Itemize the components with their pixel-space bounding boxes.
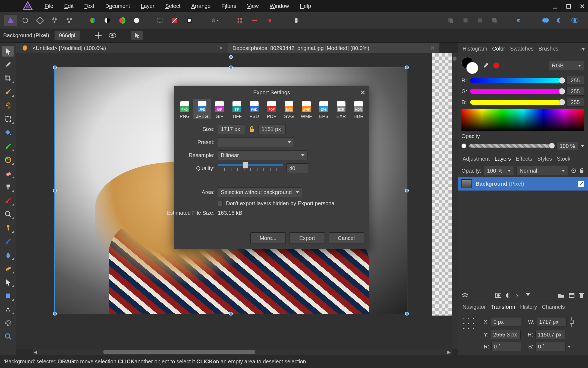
more-button[interactable]: More... (250, 232, 286, 244)
menu-layer[interactable]: LayerLayer (141, 3, 155, 9)
gear-icon[interactable] (571, 168, 577, 174)
export-button[interactable]: Export (290, 232, 325, 244)
lock-icon[interactable] (579, 168, 584, 174)
blur-tool[interactable] (2, 250, 14, 260)
layer-row-background[interactable]: Background (Pixel) ✔ (458, 177, 588, 191)
b-value[interactable]: 255 (566, 98, 584, 107)
format-pdf[interactable]: PDF (263, 99, 280, 119)
boolean-intersect-icon[interactable] (568, 15, 581, 26)
export-height-field[interactable]: 1151 px (259, 124, 286, 134)
dialog-close-button[interactable]: ✕ (360, 89, 366, 96)
boolean-add-icon[interactable] (539, 15, 552, 26)
show-rotation-icon[interactable] (108, 32, 117, 39)
flood-fill-tool[interactable] (2, 127, 14, 138)
color-swatch-selector[interactable] (461, 57, 478, 74)
persona-export-icon[interactable] (63, 15, 76, 26)
guides-icon[interactable] (248, 15, 261, 26)
selection-handle-w[interactable] (53, 189, 57, 192)
tab-layers[interactable]: Layers (495, 156, 511, 162)
selection-handle-nw[interactable] (53, 66, 57, 69)
auto-levels-icon[interactable] (86, 15, 99, 26)
format-hdr[interactable]: HDR (350, 99, 367, 119)
tab-close-button[interactable]: ✕ (219, 45, 223, 51)
tab-brushes[interactable]: Brushes (539, 46, 558, 52)
layer-visibility-checkbox[interactable]: ✔ (578, 181, 584, 187)
tab-history[interactable]: History (520, 304, 537, 310)
layers-stack-icon[interactable] (461, 292, 468, 298)
menu-edit[interactable]: EditEdit (64, 3, 73, 9)
zoom-tool2[interactable] (2, 209, 14, 220)
opacity-slider[interactable] (469, 144, 554, 148)
adjustment-icon[interactable] (505, 292, 511, 298)
w-field[interactable]: 1717 px (537, 317, 567, 326)
tab-histogram[interactable]: Histogram (463, 46, 487, 52)
mask-icon[interactable] (495, 292, 502, 298)
export-width-field[interactable]: 1717 px (218, 124, 245, 134)
menu-help[interactable]: HelpHelp (300, 3, 311, 9)
tab-transform[interactable]: Transform (491, 304, 515, 310)
tab-adjustment[interactable]: Adjustment (463, 156, 490, 162)
area-select[interactable]: Selection without background (218, 187, 302, 197)
tab-depositphotos[interactable]: Depositphotos_80293442_original.jpg [Mod… (228, 43, 439, 53)
shear-dropdown[interactable] (568, 346, 571, 348)
tab-close-button[interactable]: ✕ (430, 45, 435, 51)
x-field[interactable]: 0 px (491, 317, 521, 326)
erase-tool[interactable] (2, 168, 14, 179)
r-slider[interactable] (470, 78, 564, 83)
menu-filters[interactable]: FiltersFilters (221, 3, 236, 9)
pen-tool[interactable] (2, 277, 14, 288)
g-slider[interactable] (470, 89, 564, 94)
auto-contrast-icon[interactable] (101, 15, 114, 26)
cancel-button[interactable]: Cancel (329, 232, 364, 244)
spectrum-picker[interactable] (461, 109, 584, 131)
layers-opacity-field[interactable]: 100 % (484, 166, 514, 175)
context-dpi[interactable]: 966dpi (55, 31, 80, 40)
assistant-icon[interactable] (290, 15, 303, 26)
arrange-back-icon[interactable] (445, 15, 457, 26)
minimize-button[interactable] (552, 3, 558, 9)
tab-stock[interactable]: Stock (557, 156, 570, 162)
marquee-tool[interactable] (2, 114, 14, 124)
scroll-left-arrow[interactable]: ◀ (34, 350, 37, 355)
smudge-tool[interactable] (2, 236, 14, 247)
format-svg[interactable]: SVG (280, 99, 298, 119)
selection-rotate-handle[interactable] (229, 55, 233, 59)
clone-tool[interactable] (2, 182, 14, 192)
selection-handle-ne[interactable] (405, 66, 409, 69)
format-exr[interactable]: EXR (332, 99, 350, 119)
format-jpeg[interactable]: JPEG (193, 99, 211, 119)
format-png[interactable]: PNG (176, 99, 193, 119)
format-tiff[interactable]: TIFF (228, 99, 246, 119)
healing-tool[interactable] (2, 263, 14, 274)
selection-refine-icon[interactable] (183, 15, 196, 26)
add-layer-icon[interactable] (568, 292, 575, 298)
scrollbar-thumb[interactable] (103, 350, 255, 354)
quickmask-toggle[interactable] (206, 15, 223, 26)
format-gif[interactable]: GIF (211, 99, 228, 119)
move-tool[interactable] (2, 46, 14, 57)
tab-color[interactable]: Color (492, 46, 505, 52)
tab-navigator[interactable]: Navigator (463, 304, 486, 310)
zoom-tool[interactable] (2, 331, 14, 342)
color-picker-tool[interactable] (2, 59, 14, 70)
maximize-button[interactable] (566, 3, 572, 9)
menu-text[interactable]: TextText (84, 3, 95, 9)
hidden-layers-checkbox[interactable] (218, 201, 223, 206)
color-model-select[interactable]: RGB (549, 61, 584, 70)
move-center-icon[interactable] (94, 31, 102, 39)
resample-select[interactable]: Bilinear (218, 150, 307, 160)
sampled-color-swatch[interactable] (493, 62, 499, 69)
auto-wb-icon[interactable] (130, 15, 143, 26)
menu-select[interactable]: SelectSelect (165, 3, 181, 9)
selection-brush-tool[interactable] (2, 86, 14, 97)
paint-brush-tool[interactable] (2, 141, 14, 152)
trash-icon[interactable] (579, 292, 584, 299)
folder-icon[interactable] (558, 292, 565, 298)
persona-tonemap-icon[interactable] (48, 15, 61, 26)
horizontal-scrollbar[interactable]: ◀ ▶ (33, 349, 452, 355)
opacity-value[interactable]: 100 % (556, 142, 578, 150)
quality-field[interactable]: 40 (286, 163, 308, 173)
menu-view[interactable]: ViewView (247, 3, 259, 9)
tab-styles[interactable]: Styles (537, 156, 552, 162)
persona-develop-icon[interactable] (34, 15, 46, 26)
